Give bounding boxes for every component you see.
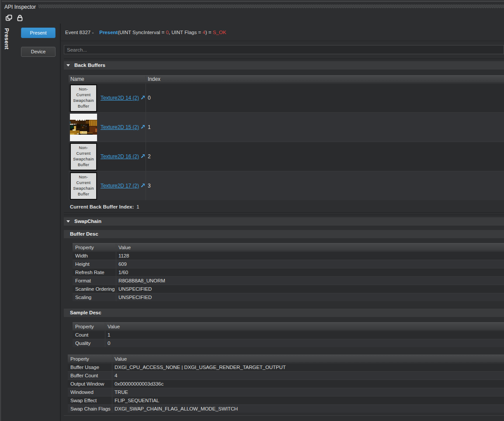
- column-divider: [146, 171, 146, 200]
- present-button[interactable]: Present: [21, 28, 56, 38]
- back-buffers-title: Back Buffers: [74, 61, 105, 70]
- column-header-value[interactable]: Value: [112, 355, 504, 362]
- thumbnail-text-line: Swapchain: [71, 186, 96, 191]
- column-divider: [116, 277, 116, 285]
- column-divider: [112, 388, 112, 396]
- property-name: Scaling: [73, 293, 116, 301]
- sample-desc-table-header[interactable]: Property Value: [73, 322, 504, 331]
- swapchain-buffer-thumbnail[interactable]: Non- Current Swapchain Buffer: [70, 84, 97, 112]
- frame-thumbnail[interactable]: [70, 114, 97, 141]
- texture-link[interactable]: Texture2D 15 (2): [101, 123, 139, 131]
- column-divider[interactable]: [116, 244, 116, 251]
- swapchain-properties-table-header[interactable]: Property Value: [68, 355, 504, 363]
- external-link-icon[interactable]: [141, 94, 145, 102]
- thumbnail-text-line: Buffer: [71, 162, 96, 168]
- table-row: Scanline Ordering UNSPECIFIED: [73, 285, 504, 293]
- event-args-close: ) =: [205, 30, 213, 35]
- sample-desc-header: Sample Desc: [64, 309, 504, 317]
- buffer-desc-title: Buffer Desc: [70, 230, 98, 238]
- property-value: 4: [112, 372, 504, 379]
- table-row: Swap Chain Flags DXGI_SWAP_CHAIN_FLAG_AL…: [68, 404, 504, 413]
- current-back-buffer-index-label: Current Back Buffer Index:: [70, 204, 134, 209]
- back-buffers-table-header[interactable]: Name Index: [69, 75, 504, 83]
- external-link-icon[interactable]: [141, 123, 145, 131]
- back-buffers-section-header[interactable]: Back Buffers: [64, 61, 504, 70]
- swapchain-title: SwapChain: [74, 217, 101, 226]
- collapse-arrow-icon[interactable]: [66, 64, 70, 66]
- property-value: UNSPECIFIED: [116, 293, 504, 301]
- swapchain-section-header[interactable]: SwapChain: [64, 217, 504, 226]
- swapchain-properties-table: Property Value Buffer Usage DXGI_CPU_ACC…: [68, 355, 504, 413]
- column-header-name[interactable]: Name: [70, 76, 84, 83]
- column-header-property[interactable]: Property: [73, 323, 105, 330]
- vertical-tab-present[interactable]: Present: [3, 28, 10, 49]
- texture-link[interactable]: Texture2D 14 (2): [101, 94, 139, 102]
- table-row: Windowed TRUE: [68, 388, 504, 396]
- column-divider: [112, 363, 112, 371]
- property-name: Swap Chain Flags: [68, 405, 112, 413]
- external-link-icon[interactable]: [141, 153, 145, 160]
- property-value: DXGI_CPU_ACCESS_NONE | DXGI_USAGE_RENDER…: [112, 363, 504, 371]
- external-link-icon[interactable]: [141, 182, 145, 190]
- column-header-property[interactable]: Property: [73, 244, 116, 251]
- event-id: Event 8327 -: [65, 30, 94, 35]
- texture-link[interactable]: Texture2D 16 (2): [101, 153, 139, 160]
- column-divider: [112, 380, 112, 388]
- current-back-buffer-index: Current Back Buffer Index:1: [70, 203, 139, 210]
- column-divider: [112, 397, 112, 404]
- buffer-desc-table: Property Value Width 1128 Height 609 Ref…: [73, 243, 504, 301]
- table-row: Count 1: [73, 331, 504, 339]
- thumbnail-text-line: Current: [71, 180, 96, 186]
- column-header-value[interactable]: Value: [105, 323, 504, 330]
- column-header-index[interactable]: Index: [148, 76, 160, 83]
- event-args-open: (UINT SyncInterval =: [118, 30, 166, 35]
- table-row: Non- Current Swapchain Buffer Texture2D …: [69, 83, 504, 112]
- property-name: Refresh Rate: [73, 268, 116, 276]
- column-divider: [105, 339, 105, 347]
- table-row: Non- Current Swapchain Buffer Texture2D …: [69, 142, 504, 171]
- property-name: Format: [73, 277, 116, 285]
- buffer-desc-table-header[interactable]: Property Value: [73, 243, 504, 251]
- property-name: Windowed: [68, 388, 112, 396]
- index-value: 1: [146, 113, 503, 142]
- column-header-value[interactable]: Value: [116, 244, 504, 251]
- column-divider[interactable]: [112, 355, 112, 362]
- property-value: R8G8B8A8_UNORM: [116, 277, 504, 285]
- property-value: FLIP_SEQUENTIAL: [112, 397, 504, 404]
- property-value: 0: [105, 339, 504, 347]
- titlebar-drag-handle[interactable]: [38, 4, 504, 8]
- column-divider[interactable]: [146, 76, 146, 83]
- device-button[interactable]: Device: [21, 47, 56, 57]
- event-function-name: Present: [99, 30, 118, 35]
- column-divider: [146, 113, 146, 142]
- float-window-icon[interactable]: [5, 14, 13, 21]
- texture-link[interactable]: Texture2D 17 (2): [101, 182, 139, 190]
- property-name: Buffer Usage: [68, 363, 112, 371]
- collapse-arrow-icon[interactable]: [66, 220, 70, 223]
- column-divider: [146, 84, 146, 112]
- property-value: 1: [105, 331, 504, 339]
- property-value: 0x00000000003d336c: [112, 380, 504, 388]
- lock-icon[interactable]: [16, 14, 24, 21]
- thumbnail-text-line: Swapchain: [71, 157, 96, 162]
- window-frame-top: [0, 0, 504, 3]
- index-value: 3: [146, 171, 503, 200]
- swapchain-buffer-thumbnail[interactable]: Non- Current Swapchain Buffer: [70, 143, 97, 170]
- current-back-buffer-index-value: 1: [136, 204, 139, 209]
- column-divider: [116, 285, 116, 293]
- swapchain-buffer-thumbnail[interactable]: Non- Current Swapchain Buffer: [70, 172, 97, 200]
- event-separator: [61, 41, 504, 41]
- thumbnail-text-line: Non-: [71, 145, 96, 151]
- table-row: Scaling UNSPECIFIED: [73, 293, 504, 301]
- event-args-mid: , UINT Flags =: [169, 30, 202, 35]
- table-row: Swap Effect FLIP_SEQUENTIAL: [68, 396, 504, 404]
- column-divider[interactable]: [105, 323, 105, 330]
- back-buffers-table: Name Index Non- Current Swapchain Buffer…: [69, 75, 504, 200]
- panel-title: API Inspector: [4, 3, 36, 11]
- thumbnail-text-line: Non-: [71, 87, 96, 92]
- column-header-property[interactable]: Property: [68, 355, 112, 362]
- property-name: Quality: [73, 339, 105, 347]
- search-input[interactable]: [64, 45, 504, 54]
- table-row: Width 1128: [73, 251, 504, 260]
- property-name: Buffer Count: [68, 372, 112, 379]
